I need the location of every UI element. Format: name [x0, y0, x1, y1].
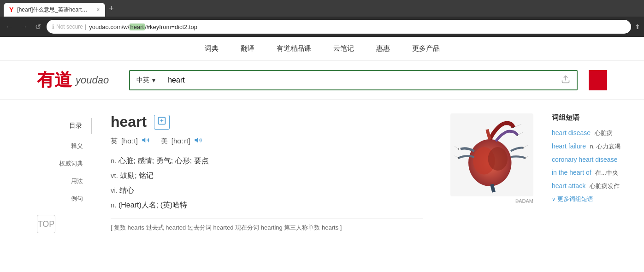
- dropdown-icon: ▾: [152, 77, 155, 84]
- search-icon-button[interactable]: [555, 75, 577, 86]
- meaning-2: 鼓励; 铭记: [120, 171, 154, 179]
- reload-button[interactable]: ↺: [33, 21, 43, 33]
- pos-1: n.: [111, 157, 117, 165]
- security-indicator: ℹ Not secure |: [52, 24, 86, 30]
- phrase-cn-5: 心脏病发作: [590, 183, 620, 189]
- logo-chinese: 有道: [37, 68, 72, 92]
- svg-line-18: [525, 156, 529, 158]
- tab-title: [heart]什么意思_英语heart的翻: [17, 6, 91, 14]
- pos-2: vt.: [111, 171, 118, 179]
- site-nav: 词典 翻译 有道精品课 云笔记 惠惠 更多产品: [0, 37, 644, 61]
- phrase-en-1[interactable]: heart disease: [552, 129, 591, 136]
- browser-tab[interactable]: Y [heart]什么意思_英语heart的翻 ×: [4, 3, 105, 17]
- speaker-en-button[interactable]: [142, 136, 150, 146]
- phrase-cn-4: 在...中央: [595, 169, 618, 176]
- nav-item-dict[interactable]: 词典: [205, 44, 219, 53]
- inflections: [ 复数 hearts 过去式 hearted 过去分词 hearted 现在分…: [111, 218, 423, 233]
- lock-icon: ℹ: [52, 24, 54, 30]
- phonetic-en: 英 [hɑːt]: [111, 136, 150, 146]
- phonetic-us-text: [hɑːrt]: [171, 137, 190, 145]
- svg-point-11: [523, 147, 524, 148]
- separator: |: [85, 24, 86, 30]
- nav-item-course[interactable]: 有道精品课: [277, 44, 311, 53]
- nav-item-more[interactable]: 更多产品: [412, 44, 440, 53]
- phonetic-en-label: 英: [111, 137, 118, 146]
- phrase-en-3[interactable]: coronary heart disease: [552, 156, 617, 163]
- pos-4: n.: [111, 201, 117, 209]
- sidebar-item-usage[interactable]: 用法: [0, 172, 92, 190]
- forward-button[interactable]: →: [18, 21, 30, 33]
- svg-marker-4: [142, 138, 145, 143]
- logo-english: youdao: [76, 74, 109, 86]
- speaker-us-button[interactable]: [194, 136, 202, 146]
- phrase-item-3: coronary heart disease: [552, 155, 635, 164]
- add-word-button[interactable]: [154, 115, 170, 130]
- svg-line-16: [517, 132, 523, 136]
- heart-image: [450, 113, 533, 196]
- speaker-en-icon: [142, 136, 150, 144]
- svg-line-20: [455, 156, 459, 158]
- red-accent-bar: [589, 70, 607, 90]
- phrase-item-2: heart failure n. 心力衰竭: [552, 142, 635, 151]
- top-icon-label: TOP: [38, 219, 55, 229]
- nav-item-deals[interactable]: 惠惠: [376, 44, 390, 53]
- phonetic-us-label: 美: [161, 137, 168, 146]
- speaker-us-icon: [194, 136, 202, 144]
- phrase-en-4[interactable]: in the heart of: [552, 169, 591, 176]
- sidebar-item-examples[interactable]: 例句: [0, 190, 92, 207]
- address-highlight: heart: [130, 24, 145, 30]
- address-text: youdao.com/w/heart/#keyfrom=dict2.top: [89, 24, 626, 30]
- phrase-cn-1: 心脏病: [595, 130, 613, 136]
- meaning-3: 结心: [119, 186, 134, 194]
- phrase-item-5: heart attack 心脏病发作: [552, 182, 635, 190]
- back-button[interactable]: ←: [4, 21, 15, 33]
- upload-icon: [561, 75, 570, 84]
- phonetics: 英 [hɑːt] 美 [hɑːrt]: [111, 136, 423, 146]
- heart-anatomy-svg: [453, 116, 531, 194]
- search-box[interactable]: 中英 ▾: [129, 70, 578, 90]
- lang-select-label: 中英: [136, 76, 149, 84]
- phrase-en-5[interactable]: heart attack: [552, 182, 585, 189]
- sidebar-item-definitions[interactable]: 释义: [0, 137, 92, 155]
- main-content: 目录 释义 权威词典 用法 例句 TOP heart: [0, 100, 644, 272]
- chevron-down-icon: ∨: [552, 196, 555, 202]
- sidebar-title: 目录: [0, 118, 92, 134]
- search-input[interactable]: [162, 71, 555, 89]
- site-header: 有道 youdao 中英 ▾: [0, 61, 644, 100]
- phonetic-us: 美 [hɑːrt]: [161, 136, 202, 146]
- sidebar: 目录 释义 权威词典 用法 例句 TOP: [0, 109, 92, 272]
- security-label: Not secure: [56, 24, 83, 30]
- svg-line-17: [523, 145, 528, 148]
- dict-content: heart 英 [hɑːt]: [92, 109, 441, 272]
- address-input[interactable]: ℹ Not secure | youdao.com/w/heart/#keyfr…: [47, 20, 631, 34]
- phrase-item-1: heart disease 心脏病: [552, 129, 635, 137]
- word-title: heart: [111, 113, 147, 130]
- nav-item-note[interactable]: 云笔记: [333, 44, 354, 53]
- pos-3: vi.: [111, 186, 118, 194]
- share-icon[interactable]: ⬆: [635, 23, 640, 30]
- word-header: heart: [111, 113, 423, 130]
- tab-favicon: Y: [9, 6, 13, 13]
- right-panel: 词组短语 heart disease 心脏病 heart failure n. …: [543, 109, 644, 272]
- phonetic-en-text: [hɑːt]: [121, 137, 138, 145]
- lang-select[interactable]: 中英 ▾: [130, 71, 162, 89]
- sidebar-item-authoritative[interactable]: 权威词典: [0, 155, 92, 172]
- def-line-2: vt. 鼓励; 铭记: [111, 168, 423, 183]
- nav-item-translate[interactable]: 翻译: [241, 44, 254, 53]
- svg-point-8: [488, 147, 508, 171]
- svg-line-19: [455, 146, 459, 149]
- meaning-1: 心脏; 感情; 勇气; 心形; 要点: [118, 157, 209, 165]
- adam-label: ©ADAM: [450, 198, 533, 204]
- back-to-top-button[interactable]: TOP: [37, 215, 55, 233]
- svg-marker-5: [195, 138, 198, 143]
- definitions: n. 心脏; 感情; 勇气; 心形; 要点 vt. 鼓励; 铭记 vi. 结心 …: [111, 154, 423, 213]
- more-phrases-button[interactable]: ∨ 更多词组短语: [552, 195, 635, 203]
- heart-image-area: ©ADAM: [441, 109, 543, 272]
- def-line-1: n. 心脏; 感情; 勇气; 心形; 要点: [111, 154, 423, 168]
- tab-close-btn[interactable]: ×: [96, 6, 100, 13]
- sidebar-top-icon[interactable]: TOP: [0, 207, 92, 241]
- phrase-en-2[interactable]: heart failure: [552, 142, 586, 150]
- add-word-icon: [157, 116, 166, 125]
- phrase-item-4: in the heart of 在...中央: [552, 168, 635, 177]
- new-tab-button[interactable]: +: [109, 4, 114, 13]
